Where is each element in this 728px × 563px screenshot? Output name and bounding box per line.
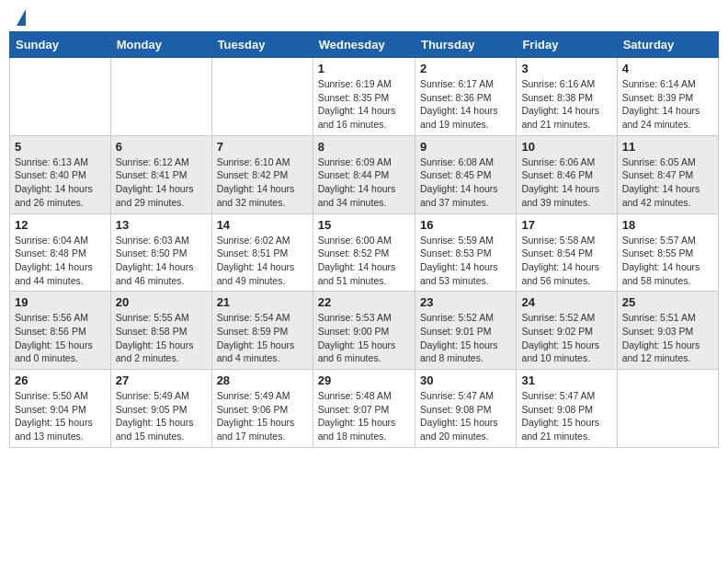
calendar-cell: 24Sunrise: 5:52 AM Sunset: 9:02 PM Dayli… bbox=[517, 292, 617, 370]
calendar-cell: 15Sunrise: 6:00 AM Sunset: 8:52 PM Dayli… bbox=[313, 213, 415, 292]
day-number: 18 bbox=[622, 218, 713, 232]
day-info: Sunrise: 5:54 AM Sunset: 8:59 PM Dayligh… bbox=[217, 311, 308, 365]
day-info: Sunrise: 6:14 AM Sunset: 8:39 PM Dayligh… bbox=[622, 77, 713, 132]
day-number: 1 bbox=[318, 62, 410, 75]
calendar-cell: 27Sunrise: 5:49 AM Sunset: 9:05 PM Dayli… bbox=[110, 370, 211, 448]
calendar-week-row: 19Sunrise: 5:56 AM Sunset: 8:56 PM Dayli… bbox=[10, 292, 719, 370]
day-number: 6 bbox=[116, 140, 207, 154]
day-number: 20 bbox=[116, 295, 207, 309]
calendar-cell: 9Sunrise: 6:08 AM Sunset: 8:45 PM Daylig… bbox=[415, 135, 516, 213]
day-number: 28 bbox=[217, 373, 308, 387]
day-number: 9 bbox=[420, 140, 511, 154]
calendar-cell: 19Sunrise: 5:56 AM Sunset: 8:56 PM Dayli… bbox=[10, 292, 111, 370]
day-info: Sunrise: 6:09 AM Sunset: 8:44 PM Dayligh… bbox=[318, 155, 410, 210]
calendar-cell: 3Sunrise: 6:16 AM Sunset: 8:38 PM Daylig… bbox=[517, 58, 617, 136]
day-number: 3 bbox=[521, 62, 611, 75]
day-number: 7 bbox=[217, 140, 308, 154]
calendar-week-row: 5Sunrise: 6:13 AM Sunset: 8:40 PM Daylig… bbox=[10, 135, 719, 213]
day-number: 10 bbox=[521, 140, 611, 154]
day-number: 24 bbox=[521, 295, 611, 309]
day-info: Sunrise: 6:10 AM Sunset: 8:42 PM Dayligh… bbox=[217, 155, 308, 210]
day-info: Sunrise: 5:52 AM Sunset: 9:01 PM Dayligh… bbox=[420, 311, 511, 365]
logo bbox=[13, 9, 26, 26]
day-info: Sunrise: 6:17 AM Sunset: 8:36 PM Dayligh… bbox=[420, 77, 511, 132]
day-number: 25 bbox=[622, 295, 713, 309]
weekday-header-thursday: Thursday bbox=[415, 32, 516, 58]
calendar-cell: 23Sunrise: 5:52 AM Sunset: 9:01 PM Dayli… bbox=[415, 292, 516, 370]
day-number: 26 bbox=[15, 373, 106, 387]
day-info: Sunrise: 5:49 AM Sunset: 9:05 PM Dayligh… bbox=[116, 389, 207, 443]
day-info: Sunrise: 6:00 AM Sunset: 8:52 PM Dayligh… bbox=[318, 234, 410, 288]
day-info: Sunrise: 5:47 AM Sunset: 9:08 PM Dayligh… bbox=[420, 389, 511, 443]
calendar-cell: 21Sunrise: 5:54 AM Sunset: 8:59 PM Dayli… bbox=[211, 292, 313, 370]
day-number: 16 bbox=[420, 218, 511, 232]
weekday-header-sunday: Sunday bbox=[10, 32, 111, 58]
calendar-cell: 8Sunrise: 6:09 AM Sunset: 8:44 PM Daylig… bbox=[313, 135, 415, 213]
day-info: Sunrise: 6:12 AM Sunset: 8:41 PM Dayligh… bbox=[116, 155, 207, 210]
day-number: 5 bbox=[15, 140, 106, 154]
weekday-header-monday: Monday bbox=[110, 32, 211, 58]
day-info: Sunrise: 6:08 AM Sunset: 8:45 PM Dayligh… bbox=[420, 155, 511, 210]
day-info: Sunrise: 6:13 AM Sunset: 8:40 PM Dayligh… bbox=[15, 155, 106, 210]
logo-triangle-icon bbox=[17, 9, 26, 26]
day-info: Sunrise: 5:55 AM Sunset: 8:58 PM Dayligh… bbox=[116, 311, 207, 365]
day-number: 27 bbox=[116, 373, 207, 387]
calendar-cell: 6Sunrise: 6:12 AM Sunset: 8:41 PM Daylig… bbox=[110, 135, 211, 213]
day-number: 2 bbox=[420, 62, 511, 75]
calendar-cell: 28Sunrise: 5:49 AM Sunset: 9:06 PM Dayli… bbox=[211, 370, 313, 448]
calendar-week-row: 1Sunrise: 6:19 AM Sunset: 8:35 PM Daylig… bbox=[10, 58, 719, 136]
day-number: 8 bbox=[318, 140, 410, 154]
day-info: Sunrise: 5:49 AM Sunset: 9:06 PM Dayligh… bbox=[217, 389, 308, 443]
day-number: 15 bbox=[318, 218, 410, 232]
day-number: 17 bbox=[521, 218, 611, 232]
calendar-week-row: 26Sunrise: 5:50 AM Sunset: 9:04 PM Dayli… bbox=[10, 370, 719, 448]
calendar-cell: 18Sunrise: 5:57 AM Sunset: 8:55 PM Dayli… bbox=[617, 213, 718, 292]
calendar-cell: 26Sunrise: 5:50 AM Sunset: 9:04 PM Dayli… bbox=[10, 370, 111, 448]
calendar-cell: 1Sunrise: 6:19 AM Sunset: 8:35 PM Daylig… bbox=[313, 58, 415, 136]
weekday-header-row: SundayMondayTuesdayWednesdayThursdayFrid… bbox=[10, 32, 719, 58]
day-number: 11 bbox=[622, 140, 713, 154]
calendar-cell: 31Sunrise: 5:47 AM Sunset: 9:08 PM Dayli… bbox=[517, 370, 617, 448]
day-info: Sunrise: 5:50 AM Sunset: 9:04 PM Dayligh… bbox=[15, 389, 106, 443]
day-info: Sunrise: 5:53 AM Sunset: 9:00 PM Dayligh… bbox=[318, 311, 410, 365]
day-number: 4 bbox=[622, 62, 713, 75]
calendar-cell bbox=[617, 370, 718, 448]
day-info: Sunrise: 6:05 AM Sunset: 8:47 PM Dayligh… bbox=[622, 155, 713, 210]
day-info: Sunrise: 6:19 AM Sunset: 8:35 PM Dayligh… bbox=[318, 77, 410, 132]
day-number: 13 bbox=[116, 218, 207, 232]
calendar-cell: 12Sunrise: 6:04 AM Sunset: 8:48 PM Dayli… bbox=[10, 213, 111, 292]
day-number: 22 bbox=[318, 295, 410, 309]
calendar-cell bbox=[10, 58, 111, 136]
day-info: Sunrise: 6:04 AM Sunset: 8:48 PM Dayligh… bbox=[15, 234, 106, 288]
day-info: Sunrise: 5:57 AM Sunset: 8:55 PM Dayligh… bbox=[622, 234, 713, 288]
day-info: Sunrise: 5:51 AM Sunset: 9:03 PM Dayligh… bbox=[622, 311, 713, 365]
page-header bbox=[9, 9, 719, 26]
weekday-header-saturday: Saturday bbox=[617, 32, 718, 58]
weekday-header-friday: Friday bbox=[517, 32, 617, 58]
weekday-header-wednesday: Wednesday bbox=[313, 32, 415, 58]
calendar-cell: 14Sunrise: 6:02 AM Sunset: 8:51 PM Dayli… bbox=[211, 213, 313, 292]
day-number: 30 bbox=[420, 373, 511, 387]
calendar-table: SundayMondayTuesdayWednesdayThursdayFrid… bbox=[9, 31, 719, 448]
calendar-cell: 10Sunrise: 6:06 AM Sunset: 8:46 PM Dayli… bbox=[517, 135, 617, 213]
calendar-cell: 5Sunrise: 6:13 AM Sunset: 8:40 PM Daylig… bbox=[10, 135, 111, 213]
day-info: Sunrise: 5:52 AM Sunset: 9:02 PM Dayligh… bbox=[521, 311, 611, 365]
calendar-cell: 17Sunrise: 5:58 AM Sunset: 8:54 PM Dayli… bbox=[517, 213, 617, 292]
calendar-cell: 13Sunrise: 6:03 AM Sunset: 8:50 PM Dayli… bbox=[110, 213, 211, 292]
day-info: Sunrise: 5:59 AM Sunset: 8:53 PM Dayligh… bbox=[420, 234, 511, 288]
day-info: Sunrise: 5:48 AM Sunset: 9:07 PM Dayligh… bbox=[318, 389, 410, 443]
day-info: Sunrise: 6:06 AM Sunset: 8:46 PM Dayligh… bbox=[521, 155, 611, 210]
calendar-cell: 29Sunrise: 5:48 AM Sunset: 9:07 PM Dayli… bbox=[313, 370, 415, 448]
calendar-cell: 11Sunrise: 6:05 AM Sunset: 8:47 PM Dayli… bbox=[617, 135, 718, 213]
weekday-header-tuesday: Tuesday bbox=[211, 32, 313, 58]
calendar-cell: 25Sunrise: 5:51 AM Sunset: 9:03 PM Dayli… bbox=[617, 292, 718, 370]
calendar-cell bbox=[211, 58, 313, 136]
calendar-cell: 4Sunrise: 6:14 AM Sunset: 8:39 PM Daylig… bbox=[617, 58, 718, 136]
day-number: 29 bbox=[318, 373, 410, 387]
day-number: 23 bbox=[420, 295, 511, 309]
calendar-cell bbox=[110, 58, 211, 136]
day-info: Sunrise: 6:03 AM Sunset: 8:50 PM Dayligh… bbox=[116, 234, 207, 288]
calendar-cell: 16Sunrise: 5:59 AM Sunset: 8:53 PM Dayli… bbox=[415, 213, 516, 292]
day-number: 14 bbox=[217, 218, 308, 232]
calendar-cell: 20Sunrise: 5:55 AM Sunset: 8:58 PM Dayli… bbox=[110, 292, 211, 370]
